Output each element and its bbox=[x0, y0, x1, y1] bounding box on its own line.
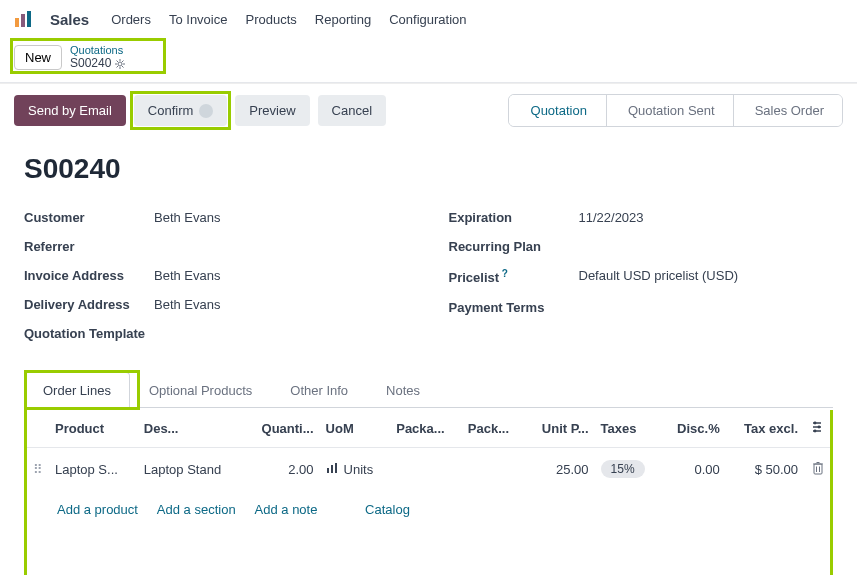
svg-point-16 bbox=[818, 426, 821, 429]
add-product-link[interactable]: Add a product bbox=[57, 502, 138, 517]
add-note-link[interactable]: Add a note bbox=[255, 502, 318, 517]
svg-rect-20 bbox=[335, 463, 337, 473]
col-tax-excl[interactable]: Tax excl. bbox=[726, 410, 804, 448]
col-product[interactable]: Product bbox=[49, 410, 138, 448]
step-quotation[interactable]: Quotation bbox=[508, 94, 606, 127]
referrer-label: Referrer bbox=[24, 239, 154, 254]
cell-quantity[interactable]: 2.00 bbox=[244, 448, 320, 491]
confirm-button[interactable]: Confirm bbox=[134, 95, 228, 126]
table-header-row: Product Des... Quanti... UoM Packa... Pa… bbox=[27, 410, 830, 448]
nav-configuration[interactable]: Configuration bbox=[389, 12, 466, 27]
delete-row-button[interactable] bbox=[804, 448, 830, 491]
page-title: S00240 bbox=[24, 153, 833, 185]
order-lines-panel: Product Des... Quanti... UoM Packa... Pa… bbox=[24, 410, 833, 575]
chart-bar-icon[interactable] bbox=[326, 462, 338, 477]
step-sales-order[interactable]: Sales Order bbox=[733, 95, 842, 126]
table-row[interactable]: ⠿ Laptop S... Laptop Stand 2.00 Units 25… bbox=[27, 448, 830, 491]
top-nav: Sales Orders To Invoice Products Reporti… bbox=[0, 0, 857, 36]
tab-notes[interactable]: Notes bbox=[367, 372, 439, 408]
svg-rect-19 bbox=[331, 465, 333, 473]
svg-line-8 bbox=[117, 60, 119, 62]
svg-point-17 bbox=[814, 430, 817, 433]
svg-line-10 bbox=[122, 60, 124, 62]
app-logo-icon bbox=[14, 10, 32, 28]
col-packaging[interactable]: Packa... bbox=[390, 410, 462, 448]
col-quantity[interactable]: Quanti... bbox=[244, 410, 320, 448]
nav-to-invoice[interactable]: To Invoice bbox=[169, 12, 228, 27]
tab-order-lines[interactable]: Order Lines bbox=[24, 372, 130, 408]
svg-rect-2 bbox=[27, 11, 31, 27]
customer-label: Customer bbox=[24, 210, 154, 225]
col-description[interactable]: Des... bbox=[138, 410, 244, 448]
fields-left: CustomerBeth Evans Referrer Invoice Addr… bbox=[24, 203, 409, 348]
drag-handle-icon[interactable]: ⠿ bbox=[27, 448, 49, 491]
breadcrumb: Quotations S00240 bbox=[70, 44, 125, 70]
payment-terms-label: Payment Terms bbox=[449, 300, 579, 315]
avatar-icon bbox=[199, 104, 213, 118]
tax-pill[interactable]: 15% bbox=[601, 460, 645, 478]
pricelist-label: Pricelist ? bbox=[449, 268, 579, 285]
col-uom[interactable]: UoM bbox=[320, 410, 391, 448]
nav-orders[interactable]: Orders bbox=[111, 12, 151, 27]
col-unit-price[interactable]: Unit P... bbox=[525, 410, 595, 448]
app-name: Sales bbox=[50, 11, 89, 28]
expiration-value[interactable]: 11/22/2023 bbox=[579, 210, 644, 225]
gear-icon[interactable] bbox=[115, 59, 125, 69]
svg-line-9 bbox=[122, 66, 124, 68]
svg-rect-18 bbox=[327, 468, 329, 473]
send-by-email-button[interactable]: Send by Email bbox=[14, 95, 126, 126]
delivery-address-value[interactable]: Beth Evans bbox=[154, 297, 221, 312]
expiration-label: Expiration bbox=[449, 210, 579, 225]
cell-unit-price[interactable]: 25.00 bbox=[525, 448, 595, 491]
col-taxes[interactable]: Taxes bbox=[595, 410, 661, 448]
status-steps: Quotation Quotation Sent Sales Order bbox=[508, 94, 843, 127]
delivery-address-label: Delivery Address bbox=[24, 297, 154, 312]
tabs: Order Lines Optional Products Other Info… bbox=[24, 372, 833, 408]
preview-button[interactable]: Preview bbox=[235, 95, 309, 126]
breadcrumb-current: S00240 bbox=[70, 57, 111, 71]
breadcrumb-parent[interactable]: Quotations bbox=[70, 44, 125, 57]
cell-product[interactable]: Laptop S... bbox=[49, 448, 138, 491]
svg-point-15 bbox=[814, 422, 817, 425]
cancel-button[interactable]: Cancel bbox=[318, 95, 386, 126]
form-content: S00240 CustomerBeth Evans Referrer Invoi… bbox=[14, 135, 843, 575]
action-bar: Send by Email Confirm Preview Cancel Quo… bbox=[0, 83, 857, 135]
svg-point-3 bbox=[118, 62, 122, 66]
confirm-button-label: Confirm bbox=[148, 103, 194, 118]
cell-tax-excl[interactable]: $ 50.00 bbox=[726, 448, 804, 491]
col-discount[interactable]: Disc.% bbox=[661, 410, 726, 448]
customer-value[interactable]: Beth Evans bbox=[154, 210, 221, 225]
svg-rect-21 bbox=[814, 464, 822, 474]
nav-products[interactable]: Products bbox=[245, 12, 296, 27]
svg-rect-1 bbox=[21, 14, 25, 27]
step-quotation-sent[interactable]: Quotation Sent bbox=[606, 95, 733, 126]
cell-description[interactable]: Laptop Stand bbox=[138, 448, 244, 491]
svg-rect-0 bbox=[15, 18, 19, 27]
quotation-template-label: Quotation Template bbox=[24, 326, 154, 341]
fields-right: Expiration11/22/2023 Recurring Plan Pric… bbox=[449, 203, 834, 348]
tab-optional-products[interactable]: Optional Products bbox=[130, 372, 271, 408]
columns-settings-icon[interactable] bbox=[810, 422, 824, 437]
breadcrumb-row: New Quotations S00240 bbox=[0, 36, 857, 83]
order-lines-table: Product Des... Quanti... UoM Packa... Pa… bbox=[27, 410, 830, 527]
cell-uom[interactable]: Units bbox=[320, 448, 391, 491]
invoice-address-value[interactable]: Beth Evans bbox=[154, 268, 221, 283]
catalog-link[interactable]: Catalog bbox=[365, 502, 410, 517]
tab-other-info[interactable]: Other Info bbox=[271, 372, 367, 408]
invoice-address-label: Invoice Address bbox=[24, 268, 154, 283]
add-section-link[interactable]: Add a section bbox=[157, 502, 236, 517]
col-pack-qty[interactable]: Pack... bbox=[462, 410, 525, 448]
help-icon[interactable]: ? bbox=[499, 268, 508, 279]
cell-taxes[interactable]: 15% bbox=[595, 448, 661, 491]
cell-discount[interactable]: 0.00 bbox=[661, 448, 726, 491]
recurring-plan-label: Recurring Plan bbox=[449, 239, 579, 254]
nav-reporting[interactable]: Reporting bbox=[315, 12, 371, 27]
new-button[interactable]: New bbox=[14, 45, 62, 70]
svg-line-11 bbox=[117, 66, 119, 68]
pricelist-value[interactable]: Default USD pricelist (USD) bbox=[579, 268, 739, 285]
